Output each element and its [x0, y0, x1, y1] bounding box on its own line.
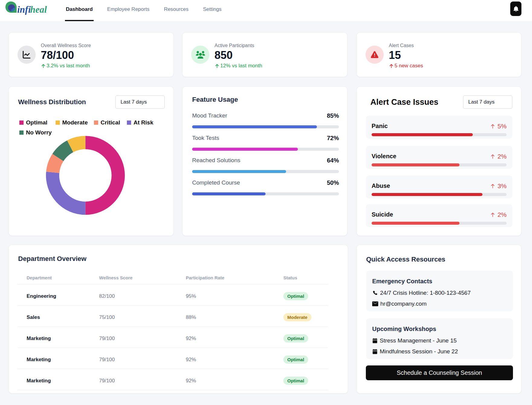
svg-text:infi: infi — [17, 4, 31, 15]
svg-text:heal: heal — [30, 4, 47, 15]
